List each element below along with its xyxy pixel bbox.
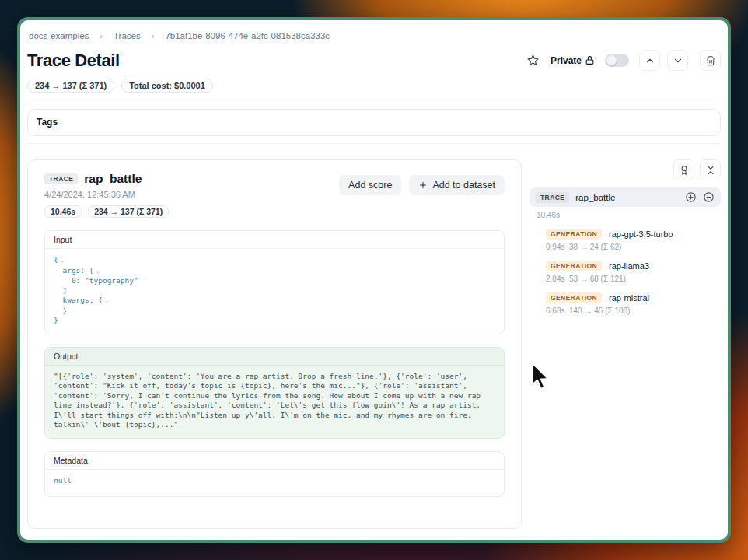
metadata-content: null: [45, 470, 504, 497]
output-panel: Output "[{'role': 'system', 'content': '…: [44, 347, 505, 439]
bookmark-star-button[interactable]: [523, 50, 544, 71]
generation-stats: 6.68s 143 → 45 (Σ 188): [546, 306, 721, 315]
chevron-up-icon: [645, 55, 655, 66]
chevron-right-icon: ›: [100, 31, 103, 40]
observation-tree: TRACE rap_battle 10.46s GENERATION rap-g…: [530, 159, 721, 315]
chevron-down-icon[interactable]: ⌄: [105, 297, 109, 304]
chevron-right-icon: ›: [152, 31, 155, 40]
tree-item-trace[interactable]: TRACE rap_battle: [530, 187, 721, 207]
input-panel-title: Input: [45, 231, 504, 249]
output-panel-title: Output: [45, 348, 504, 366]
award-icon: [679, 165, 690, 176]
generation-type-badge: GENERATION: [546, 261, 602, 271]
tree-item-generation[interactable]: GENERATION rap-gpt-3.5-turbo 0.94s 38 → …: [546, 229, 721, 251]
input-json-viewer: {⌄ args: [⌄ 0: "typography" ] kwargs: {⌄…: [45, 249, 504, 334]
metadata-panel-title: Metadata: [45, 452, 504, 470]
tree-item-generation[interactable]: GENERATION rap-mistral 6.68s 143 → 45 (Σ…: [546, 292, 721, 315]
trace-tokens-badge: 234 → 137 (Σ 371): [88, 205, 169, 218]
json-line: kwargs: {: [54, 296, 103, 304]
breadcrumb: docs-examples › Traces › 7b1af1be-8096-4…: [27, 31, 721, 40]
privacy-status: Private: [551, 55, 595, 66]
add-score-button[interactable]: Add score: [339, 175, 401, 195]
add-score-label: Add score: [348, 180, 392, 191]
chevron-down-icon[interactable]: ⌄: [96, 268, 100, 275]
generation-stats: 2.84s 53 → 68 (Σ 121): [546, 275, 721, 283]
trace-type-badge: TRACE: [536, 192, 569, 203]
zoom-out-button[interactable]: [703, 191, 715, 203]
generation-name: rap-llama3: [609, 261, 649, 271]
divider: [27, 103, 721, 103]
next-trace-button[interactable]: [667, 50, 688, 71]
delete-trace-button[interactable]: [700, 50, 721, 71]
generation-type-badge: GENERATION: [546, 229, 602, 240]
breadcrumb-trace-id[interactable]: 7b1af1be-8096-474e-a2fc-081538ca333c: [165, 31, 330, 40]
input-panel: Input {⌄ args: [⌄ 0: "typography" ] kwar…: [44, 230, 505, 334]
generation-stats: 0.94s 38 → 24 (Σ 62): [546, 243, 721, 251]
zoom-in-button[interactable]: [685, 191, 697, 203]
metadata-panel: Metadata null: [44, 451, 505, 498]
public-toggle[interactable]: [605, 54, 629, 67]
trash-icon: [705, 55, 716, 66]
generation-name: rap-gpt-3.5-turbo: [609, 229, 673, 239]
divider: [27, 143, 721, 144]
lock-icon: [585, 55, 595, 65]
trace-tokens-badge: 234 → 137 (Σ 371): [27, 79, 114, 93]
toggle-knob: [606, 55, 617, 65]
json-line: }: [54, 316, 58, 324]
tree-item-generation[interactable]: GENERATION rap-llama3 2.84s 53 → 68 (Σ 1…: [546, 261, 721, 283]
scores-button[interactable]: [673, 159, 694, 180]
json-line: }: [54, 306, 67, 315]
generation-type-badge: GENERATION: [546, 292, 602, 303]
trace-timestamp: 4/24/2024, 12:45:36 AM: [44, 190, 169, 199]
page-title: Trace Detail: [27, 51, 120, 71]
chevron-down-icon[interactable]: ⌄: [61, 257, 65, 264]
trace-detail-window: docs-examples › Traces › 7b1af1be-8096-4…: [17, 17, 731, 543]
chevrons-collapse-icon: [705, 165, 716, 176]
tags-label: Tags: [37, 117, 58, 128]
breadcrumb-traces[interactable]: Traces: [114, 31, 141, 40]
trace-type-badge: TRACE: [44, 173, 78, 184]
output-content: "[{'role': 'system', 'content': 'You are…: [45, 366, 504, 438]
plus-icon: [418, 180, 428, 190]
star-icon: [526, 54, 540, 67]
json-line: ]: [54, 286, 67, 295]
generation-name: rap-mistral: [609, 293, 649, 303]
trace-detail-card: TRACE rap_battle 4/24/2024, 12:45:36 AM …: [27, 159, 522, 529]
tree-trace-latency: 10.46s: [537, 211, 721, 219]
chevron-down-icon: [673, 55, 683, 66]
tree-trace-name: rap_battle: [575, 193, 679, 202]
privacy-label: Private: [551, 55, 582, 66]
add-to-dataset-button[interactable]: Add to dataset: [409, 175, 505, 195]
trace-latency-badge: 10.46s: [44, 205, 82, 218]
collapse-all-button[interactable]: [700, 159, 721, 180]
breadcrumb-project[interactable]: docs-examples: [29, 31, 89, 40]
trace-cost-badge: Total cost: $0.0001: [121, 79, 213, 93]
prev-trace-button[interactable]: [639, 50, 660, 71]
trace-name: rap_battle: [84, 172, 142, 186]
json-line: args: [: [54, 266, 93, 275]
tags-section[interactable]: Tags: [27, 109, 721, 136]
json-line: 0: "typography": [54, 276, 138, 285]
add-to-dataset-label: Add to dataset: [432, 180, 495, 191]
json-line: {: [54, 255, 58, 264]
